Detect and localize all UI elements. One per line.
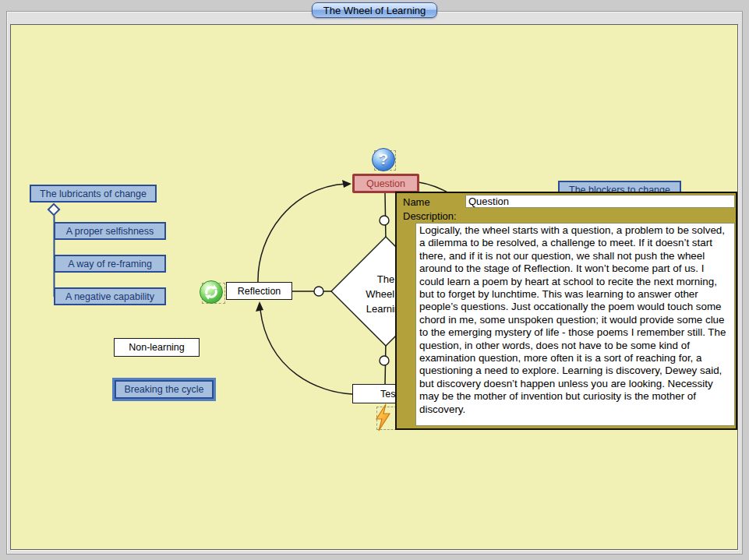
node-label: The lubricants of change (40, 188, 147, 199)
arrowhead-icon (256, 301, 263, 312)
description-textarea[interactable]: Logically, the wheel starts with a quest… (415, 223, 735, 426)
refresh-arrows-icon (200, 280, 222, 304)
node-label: Non-learning (129, 342, 185, 353)
arrow-test-to-reflection (260, 310, 352, 394)
node-label: A negative capability (65, 291, 154, 302)
node-label: Breaking the cycle (124, 384, 203, 395)
node-label: A proper selfishness (66, 226, 154, 237)
node-non-learning[interactable]: Non-learning (114, 338, 200, 357)
node-reflection[interactable]: Reflection (226, 282, 292, 300)
name-label: Name (403, 196, 430, 208)
link-connector-dot[interactable] (314, 287, 323, 296)
view-tab[interactable]: The Wheel of Learning (312, 2, 437, 18)
node-a-proper-selfishness[interactable]: A proper selfishness (54, 222, 166, 240)
node-lubricants-of-change[interactable]: The lubricants of change (30, 185, 157, 203)
link-connector-dot[interactable] (380, 216, 389, 225)
name-input[interactable] (465, 195, 735, 208)
lightning-bolt-shape (373, 403, 393, 431)
map-canvas[interactable]: The lubricants of change A proper selfis… (10, 24, 738, 550)
view-tab-label: The Wheel of Learning (323, 5, 426, 16)
node-a-way-of-reframing[interactable]: A way of re-framing (54, 255, 166, 273)
node-a-negative-capability[interactable]: A negative capability (54, 287, 166, 305)
node-question[interactable]: Question (352, 174, 419, 193)
node-label: Reflection (238, 286, 281, 297)
arrowhead-icon (342, 180, 352, 188)
node-breaking-the-cycle[interactable]: Breaking the cycle (115, 380, 214, 399)
lightning-bolt-icon[interactable] (373, 403, 393, 435)
node-label: Question (366, 178, 405, 189)
link-connector-dot[interactable] (380, 356, 389, 365)
node-label: A way of re-framing (68, 259, 152, 269)
node-detail-popup: Name Description: Logically, the wheel s… (395, 192, 737, 430)
arrow-reflection-to-question (258, 184, 346, 282)
question-glyph: ? (379, 151, 388, 168)
question-ball-icon[interactable]: ? (372, 148, 395, 171)
description-label: Description: (403, 210, 457, 222)
refresh-ball-icon[interactable] (200, 280, 223, 304)
